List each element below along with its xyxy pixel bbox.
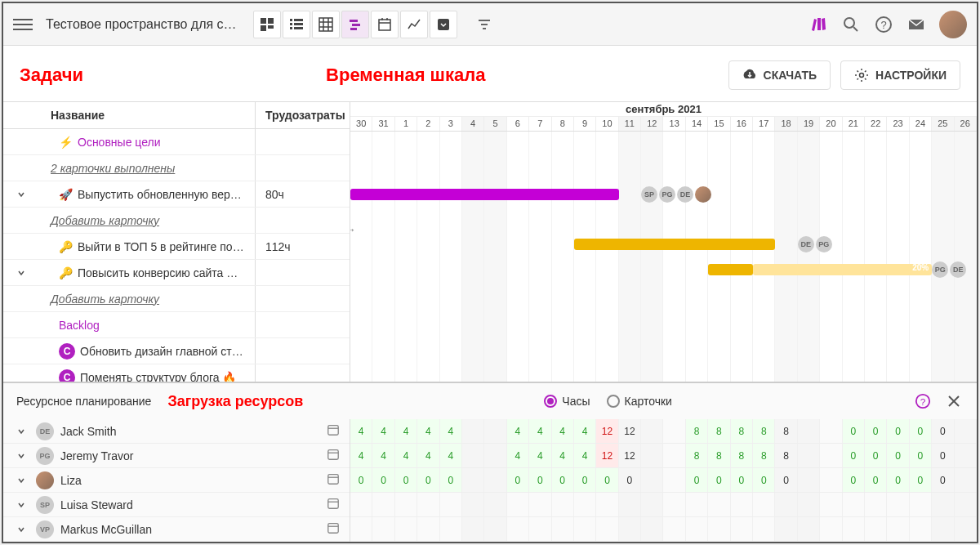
resource-cell[interactable]: 0 [865, 444, 887, 467]
resource-cell[interactable] [350, 493, 372, 516]
resource-row[interactable]: Liza [3, 468, 350, 493]
day-cell[interactable]: 16 [731, 117, 753, 131]
task-row[interactable]: Добавить карточку [3, 286, 350, 312]
resource-cell[interactable]: 0 [507, 468, 529, 492]
resource-cell[interactable] [910, 517, 932, 541]
resource-cell[interactable] [798, 444, 820, 467]
resource-cell[interactable] [395, 493, 417, 516]
resource-cell[interactable] [663, 419, 685, 443]
task-effort[interactable] [256, 208, 350, 233]
resource-cell[interactable]: 4 [440, 419, 462, 443]
resource-cell[interactable] [955, 493, 977, 516]
resource-cell[interactable]: 4 [574, 444, 596, 467]
resource-help-icon[interactable]: ? [913, 391, 933, 411]
resource-cell[interactable]: 4 [417, 444, 439, 467]
gantt-bar[interactable]: 20% [753, 264, 932, 275]
resource-cell[interactable] [798, 419, 820, 443]
task-effort[interactable] [256, 338, 350, 364]
resource-cell[interactable]: 4 [350, 419, 372, 443]
calendar-icon[interactable] [327, 472, 340, 488]
resource-cell[interactable] [686, 493, 708, 516]
user-avatar[interactable] [939, 11, 967, 38]
day-cell[interactable]: 18 [775, 117, 797, 131]
menu-icon[interactable] [13, 15, 33, 34]
day-cell[interactable]: 14 [686, 117, 708, 131]
resource-cell[interactable]: 0 [552, 468, 574, 492]
task-row[interactable]: Добавить карточку [3, 208, 350, 234]
gantt-row[interactable]: DEPG [350, 231, 977, 257]
chevron-down-icon[interactable] [13, 427, 29, 436]
gantt-bar[interactable] [350, 189, 619, 200]
task-effort[interactable] [256, 286, 350, 311]
resource-cell[interactable]: 4 [395, 444, 417, 467]
resource-cell[interactable]: 0 [932, 444, 954, 467]
resource-cell[interactable] [887, 517, 909, 541]
resource-cell[interactable]: 4 [395, 419, 417, 443]
gantt-row[interactable] [350, 207, 977, 232]
resource-cell[interactable] [641, 493, 663, 516]
resource-row[interactable]: DEJack Smith [3, 419, 350, 444]
gantt-row[interactable] [350, 157, 977, 182]
day-cell[interactable]: 2 [417, 117, 439, 131]
resource-cell[interactable] [552, 493, 574, 516]
resource-cell[interactable]: 0 [753, 468, 775, 492]
gantt-bar[interactable] [708, 264, 753, 275]
resource-cell[interactable] [731, 517, 753, 541]
resource-cell[interactable] [753, 493, 775, 516]
avatar[interactable]: DE [36, 422, 54, 440]
resource-cell[interactable]: 4 [552, 419, 574, 443]
resource-cell[interactable] [484, 419, 506, 443]
resource-cell[interactable]: 4 [529, 419, 551, 443]
resource-cell[interactable]: 8 [686, 419, 708, 443]
resource-cell[interactable] [843, 493, 865, 516]
resource-cell[interactable] [775, 493, 797, 516]
resource-cell[interactable]: 0 [350, 468, 372, 492]
task-row[interactable]: 🔑Повысить конверсию сайта … [3, 260, 350, 286]
day-cell[interactable]: 20 [820, 117, 842, 131]
resource-cell[interactable] [955, 517, 977, 541]
resource-cell[interactable] [529, 517, 551, 541]
gantt-row[interactable] [350, 282, 977, 307]
resource-cell[interactable]: 0 [887, 444, 909, 467]
resource-cell[interactable] [440, 493, 462, 516]
task-effort[interactable] [256, 129, 350, 154]
resource-cell[interactable]: 0 [865, 468, 887, 492]
resource-cell[interactable]: 0 [843, 419, 865, 443]
task-row[interactable]: CПоменять структуру блога 🔥 [3, 364, 350, 382]
resource-cell[interactable] [775, 517, 797, 541]
resource-cell[interactable]: 0 [440, 468, 462, 492]
resource-cell[interactable] [708, 493, 730, 516]
gantt-row[interactable] [350, 332, 977, 357]
resource-cell[interactable]: 0 [372, 468, 394, 492]
resource-cell[interactable] [619, 517, 641, 541]
chevron-down-icon[interactable] [13, 525, 29, 534]
radio-hours[interactable]: Часы [544, 395, 590, 408]
resource-cell[interactable]: 0 [731, 468, 753, 492]
resource-cell[interactable] [484, 444, 506, 467]
resource-cell[interactable]: 12 [596, 444, 618, 467]
col-name-header[interactable]: Название [3, 102, 256, 128]
avatar[interactable]: PG [816, 236, 832, 252]
resource-cell[interactable] [955, 419, 977, 443]
day-cell[interactable]: 21 [843, 117, 865, 131]
download-button[interactable]: СКАЧАТЬ [728, 60, 831, 90]
resource-cell[interactable]: 4 [574, 419, 596, 443]
resize-handle-icon[interactable]: ↔ [350, 221, 359, 238]
radio-cards[interactable]: Карточки [607, 395, 672, 408]
resource-row[interactable]: PGJeremy Travor [3, 444, 350, 468]
calendar-icon[interactable] [327, 448, 340, 463]
resource-cell[interactable] [462, 517, 484, 541]
calendar-icon[interactable] [327, 497, 340, 512]
resource-cell[interactable] [798, 493, 820, 516]
avatar[interactable]: DE [950, 261, 966, 278]
filter-icon[interactable] [470, 11, 498, 38]
resource-cell[interactable]: 0 [887, 468, 909, 492]
day-cell[interactable]: 6 [507, 117, 529, 131]
resource-cell[interactable]: 8 [753, 444, 775, 467]
resource-cell[interactable] [395, 517, 417, 541]
task-effort[interactable] [256, 155, 350, 181]
view-chart-icon[interactable] [400, 11, 428, 38]
day-cell[interactable]: 1 [395, 117, 417, 131]
task-effort[interactable]: 112ч [256, 234, 350, 259]
day-cell[interactable]: 8 [552, 117, 574, 131]
